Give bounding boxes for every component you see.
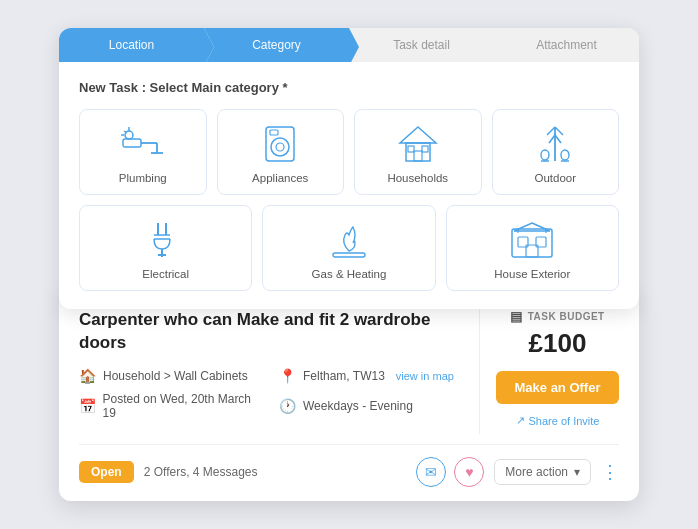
budget-panel: ▤ TASK BUDGET £100 Make an Offer ↗ Share… [479, 309, 619, 433]
task-info: Carpenter who can Make and fit 2 wardrob… [79, 309, 463, 433]
offers-messages: 2 Offers, 4 Messages [144, 465, 407, 479]
svg-rect-32 [333, 253, 365, 257]
svg-marker-34 [514, 223, 550, 231]
new-task-subtitle: : Select Main category * [142, 80, 288, 95]
step-location-label: Location [109, 38, 154, 52]
task-title: Carpenter who can Make and fit 2 wardrob… [79, 309, 463, 353]
step-location[interactable]: Location [59, 28, 204, 62]
category-electrical[interactable]: Electrical [79, 205, 252, 291]
svg-line-20 [549, 135, 555, 143]
bottom-card-content: Carpenter who can Make and fit 2 wardrob… [79, 309, 619, 433]
outdoor-icon [531, 124, 579, 164]
category-house-exterior[interactable]: House Exterior [446, 205, 619, 291]
budget-amount: £100 [529, 328, 587, 359]
svg-point-10 [276, 143, 284, 151]
category-grid-row2: Electrical Gas & Heating [59, 195, 639, 291]
bottom-bar: Open 2 Offers, 4 Messages ✉ ♥ More actio… [79, 444, 619, 487]
location-pin-icon: 📍 [279, 368, 296, 384]
budget-label-text: TASK BUDGET [528, 311, 605, 322]
action-icons: ✉ ♥ [416, 457, 484, 487]
svg-point-23 [561, 150, 569, 160]
svg-line-21 [555, 135, 561, 143]
meta-schedule: 🕐 Weekdays - Evening [279, 392, 463, 420]
status-badge: Open [79, 461, 134, 483]
outdoor-label: Outdoor [534, 172, 576, 184]
home-icon: 🏠 [79, 368, 96, 384]
budget-label: ▤ TASK BUDGET [510, 309, 604, 324]
more-action-label: More action [505, 465, 568, 479]
share-icon: ↗ [516, 414, 525, 427]
outer-container: Location Category Task detail Attachment… [59, 28, 639, 500]
appliances-icon [256, 124, 304, 164]
category-outdoor[interactable]: Outdoor [492, 109, 620, 195]
category-plumbing[interactable]: Plumbing [79, 109, 207, 195]
appliances-label: Appliances [252, 172, 308, 184]
gas-heating-icon [325, 220, 373, 260]
task-schedule: Weekdays - Evening [303, 399, 413, 413]
svg-rect-16 [422, 146, 428, 152]
task-category: Household > Wall Cabinets [103, 369, 248, 383]
category-appliances[interactable]: Appliances [217, 109, 345, 195]
share-invite-link[interactable]: ↗ Share of Invite [516, 414, 600, 427]
progress-bar: Location Category Task detail Attachment [59, 28, 639, 62]
gas-heating-label: Gas & Heating [312, 268, 387, 280]
view-in-map-link[interactable]: view in map [396, 370, 454, 382]
electrical-icon [142, 220, 190, 260]
chevron-down-icon: ▾ [574, 465, 580, 479]
task-posted: Posted on Wed, 20th March 19 [103, 392, 263, 420]
meta-posted: 📅 Posted on Wed, 20th March 19 [79, 392, 263, 420]
house-exterior-icon [508, 220, 556, 260]
new-task-title: New Task : Select Main category * [79, 80, 619, 95]
meta-location: 📍 Feltham, TW13 view in map [279, 368, 463, 384]
plumbing-label: Plumbing [119, 172, 167, 184]
task-meta: 🏠 Household > Wall Cabinets 📍 Feltham, T… [79, 368, 463, 420]
step-attachment[interactable]: Attachment [494, 28, 639, 62]
heart-button[interactable]: ♥ [454, 457, 484, 487]
svg-point-22 [541, 150, 549, 160]
plumbing-icon [119, 124, 167, 164]
households-icon [394, 124, 442, 164]
households-label: Households [387, 172, 448, 184]
make-offer-button[interactable]: Make an Offer [496, 371, 619, 404]
svg-line-19 [555, 127, 563, 135]
svg-marker-12 [400, 127, 436, 143]
new-task-prefix: New Task [79, 80, 138, 95]
step-task-detail-label: Task detail [393, 38, 450, 52]
step-category-label: Category [252, 38, 301, 52]
budget-icon: ▤ [510, 309, 523, 324]
category-gas-heating[interactable]: Gas & Heating [262, 205, 435, 291]
email-button[interactable]: ✉ [416, 457, 446, 487]
clock-icon: 🕐 [279, 398, 296, 414]
category-grid-row1: Plumbing Appliances [59, 109, 639, 195]
meta-category: 🏠 Household > Wall Cabinets [79, 368, 263, 384]
bottom-card: Carpenter who can Make and fit 2 wardrob… [59, 289, 639, 500]
three-dots-menu[interactable]: ⋮ [601, 461, 619, 483]
svg-rect-14 [414, 151, 422, 161]
share-invite-text: Share of Invite [529, 415, 600, 427]
step-category[interactable]: Category [204, 28, 349, 62]
top-card: Location Category Task detail Attachment… [59, 28, 639, 309]
step-attachment-label: Attachment [536, 38, 597, 52]
task-location: Feltham, TW13 [303, 369, 385, 383]
svg-point-9 [271, 138, 289, 156]
step-task-detail[interactable]: Task detail [349, 28, 494, 62]
calendar-icon: 📅 [79, 398, 96, 414]
svg-rect-0 [123, 139, 141, 147]
svg-rect-15 [408, 146, 414, 152]
category-households[interactable]: Households [354, 109, 482, 195]
svg-rect-11 [270, 130, 278, 135]
electrical-label: Electrical [142, 268, 189, 280]
house-exterior-label: House Exterior [494, 268, 570, 280]
more-action-dropdown[interactable]: More action ▾ [494, 459, 591, 485]
svg-line-18 [547, 127, 555, 135]
